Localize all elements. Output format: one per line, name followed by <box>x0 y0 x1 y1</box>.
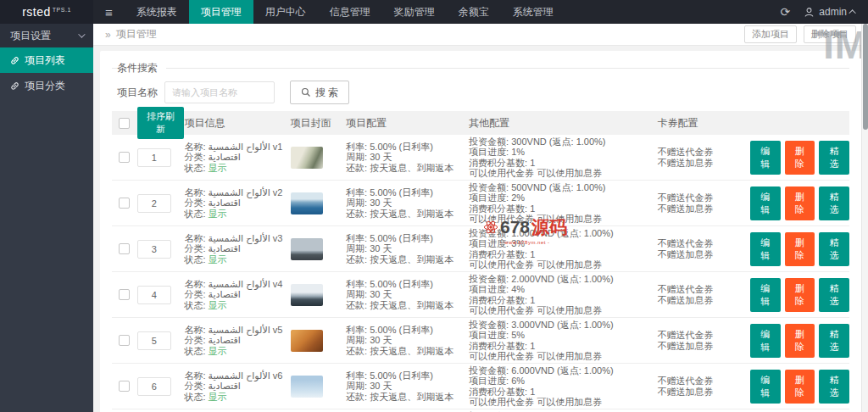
project-cover-thumb <box>291 147 323 169</box>
edit-button[interactable]: 编辑 <box>750 324 781 358</box>
project-cover-thumb <box>291 376 323 398</box>
delete-button[interactable]: 删除 <box>785 278 815 312</box>
project-category: اقتصادية <box>209 335 241 345</box>
points-base: 1 <box>530 295 535 305</box>
table-row: 名称: الألواح الشمسية v6 分类: اقتصادية 状态: … <box>112 364 849 409</box>
project-rate: 5.00% (日利率) <box>370 370 433 381</box>
feature-button[interactable]: 精选 <box>819 187 849 220</box>
project-repay: 按天返息、到期返本 <box>370 300 453 310</box>
app-logo[interactable]: rstedTPS.1 <box>0 0 93 24</box>
sidebar-section-project-settings[interactable]: 项目设置 <box>0 24 93 47</box>
project-cycle: 30 天 <box>370 335 392 345</box>
nav-item[interactable]: 系统报表 <box>125 0 189 24</box>
scrollbar-thumb[interactable] <box>863 24 868 130</box>
project-category: اقتصادية <box>209 152 241 162</box>
sidebar-item[interactable]: 项目分类 <box>0 73 93 98</box>
no-voucher-label: 不赠送代金券 <box>658 192 750 203</box>
points-base: 1 <box>530 341 535 351</box>
sort-input[interactable] <box>137 286 171 304</box>
nav-item[interactable]: 奖励管理 <box>382 0 447 24</box>
status-toggle-link[interactable]: 显示 <box>209 254 227 264</box>
edit-button[interactable]: 编辑 <box>750 370 781 404</box>
sidebar-item[interactable]: 项目列表 <box>0 47 93 73</box>
row-checkbox[interactable] <box>119 243 130 254</box>
status-toggle-link[interactable]: 显示 <box>209 163 227 173</box>
feature-button[interactable]: 精选 <box>819 232 849 266</box>
project-repay: 按天返息、到期返本 <box>370 254 453 264</box>
points-base: 1 <box>530 249 535 259</box>
feature-button[interactable]: 精选 <box>819 141 849 175</box>
sort-refresh-button[interactable]: 排序刷新 <box>137 107 185 139</box>
project-repay: 按天返息、到期返本 <box>370 392 453 402</box>
project-name: الألواح الشمسية v6 <box>209 370 283 381</box>
delete-button[interactable]: 删除 <box>785 232 815 266</box>
invest-amount: 6.000VND (返点: 1.00%) <box>511 365 613 376</box>
sort-input[interactable] <box>137 194 171 213</box>
main-content: » 项目管理 添加项目 删除项目 TM 条件搜索 项目名称 搜 索 排序刷新 项… <box>93 24 868 412</box>
select-all-checkbox[interactable] <box>119 118 130 129</box>
nav-item[interactable]: 用户中心 <box>253 0 318 24</box>
project-table: 排序刷新 项目信息 项目封面 项目配置 其他配置 卡券配置 名称: الألوا… <box>112 111 849 412</box>
refresh-icon[interactable]: ⟳ <box>781 5 791 19</box>
project-progress: 3% <box>511 238 525 248</box>
coupon-usage: 可以使用代金券 可以使用加息券 <box>469 351 657 362</box>
nav-item[interactable]: 余额宝 <box>447 0 501 24</box>
sidebar-section-label: 项目设置 <box>10 29 51 43</box>
no-voucher-label: 不赠送代金券 <box>658 147 750 158</box>
points-base: 1 <box>530 203 535 214</box>
sort-input[interactable] <box>137 240 171 259</box>
row-checkbox[interactable] <box>119 381 130 392</box>
edit-button[interactable]: 编辑 <box>750 278 781 312</box>
nav-item[interactable]: 项目管理 <box>189 0 253 24</box>
edit-button[interactable]: 编辑 <box>750 232 781 266</box>
header-project-config: 项目配置 <box>346 116 469 131</box>
project-cover-thumb <box>291 238 323 260</box>
hamburger-menu-icon[interactable]: ≡ <box>93 5 125 19</box>
project-category: اقتصادية <box>209 243 241 253</box>
table-row: 名称: الألواح الشمسية v4 分类: اقتصادية 状态: … <box>112 272 849 318</box>
scrollbar[interactable] <box>861 24 868 412</box>
status-toggle-link[interactable]: 显示 <box>209 392 227 402</box>
row-checkbox[interactable] <box>119 152 130 163</box>
edit-button[interactable]: 编辑 <box>750 187 781 220</box>
user-name: admin <box>819 6 847 18</box>
row-checkbox[interactable] <box>119 198 130 209</box>
delete-button[interactable]: 删除 <box>785 141 815 175</box>
nav-item[interactable]: 系统管理 <box>501 0 565 24</box>
project-cycle: 30 天 <box>370 152 392 162</box>
row-checkbox[interactable] <box>119 335 130 346</box>
no-voucher-label: 不赠送代金券 <box>658 330 750 341</box>
delete-button[interactable]: 删除 <box>785 324 815 358</box>
sort-input[interactable] <box>137 148 171 167</box>
status-toggle-link[interactable]: 显示 <box>209 209 227 219</box>
nav-item[interactable]: 信息管理 <box>318 0 382 24</box>
delete-button[interactable]: 删除 <box>785 187 815 220</box>
project-name-input[interactable] <box>164 81 275 103</box>
user-menu[interactable]: admin <box>804 6 856 18</box>
row-checkbox[interactable] <box>119 289 130 300</box>
coupon-usage: 可以使用代金券 可以使用加息券 <box>469 259 657 270</box>
link-icon <box>10 56 19 65</box>
project-cycle: 30 天 <box>370 289 392 299</box>
breadcrumb-arrow: » <box>105 29 111 41</box>
status-toggle-link[interactable]: 显示 <box>209 300 227 310</box>
project-rate: 5.00% (日利率) <box>370 233 433 243</box>
add-project-button[interactable]: 添加项目 <box>744 25 797 43</box>
chevron-down-icon <box>78 31 85 37</box>
delete-project-button[interactable]: 删除项目 <box>804 25 856 43</box>
sort-input[interactable] <box>137 331 171 350</box>
edit-button[interactable]: 编辑 <box>750 141 781 175</box>
status-toggle-link[interactable]: 显示 <box>209 346 227 356</box>
delete-button[interactable]: 删除 <box>785 370 815 404</box>
feature-button[interactable]: 精选 <box>819 370 849 404</box>
search-button[interactable]: 搜 索 <box>290 81 349 104</box>
feature-button[interactable]: 精选 <box>819 278 849 312</box>
project-category: اقتصادية <box>209 198 241 208</box>
sidebar: 项目设置 项目列表项目分类 <box>0 24 93 412</box>
link-icon <box>10 81 19 91</box>
project-progress: 2% <box>511 192 525 203</box>
sidebar-items: 项目列表项目分类 <box>0 47 93 98</box>
no-interest-coupon-label: 不赠送加息券 <box>658 341 750 352</box>
sort-input[interactable] <box>137 377 171 396</box>
feature-button[interactable]: 精选 <box>819 324 849 358</box>
